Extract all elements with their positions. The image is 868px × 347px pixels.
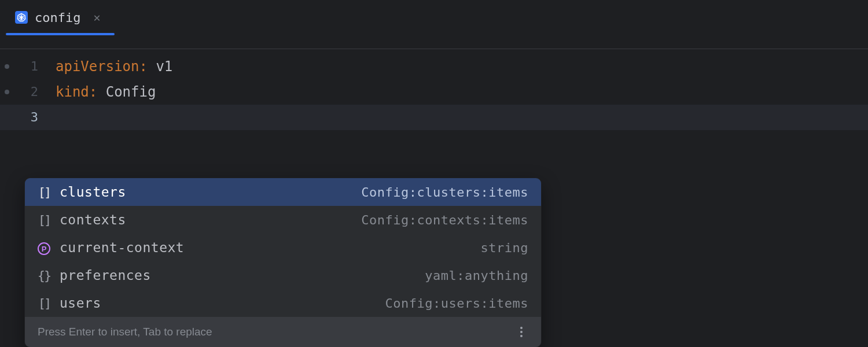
line-number: 2 xyxy=(0,79,52,105)
completion-item-label: current-context xyxy=(60,240,184,255)
completion-item-type: Config:users:items xyxy=(385,296,528,311)
code-line[interactable]: kind: Config xyxy=(56,79,868,105)
gutter: 1 2 3 xyxy=(0,54,52,130)
completion-item-type: Config:clusters:items xyxy=(361,185,528,200)
completion-item-type: string xyxy=(481,241,528,255)
kubernetes-icon xyxy=(15,11,28,24)
tab-title: config xyxy=(35,10,80,25)
completion-item-label: contexts xyxy=(60,212,126,227)
array-icon: [] xyxy=(36,296,52,311)
close-icon[interactable]: ✕ xyxy=(93,12,100,23)
file-tab-config[interactable]: config ✕ xyxy=(9,0,111,35)
completion-popup: []clustersConfig:clusters:items[]context… xyxy=(24,178,542,347)
completion-item[interactable]: []usersConfig:users:items xyxy=(25,289,541,317)
completion-hint-bar: Press Enter to insert, Tab to replace xyxy=(25,317,541,347)
completion-hint-text: Press Enter to insert, Tab to replace xyxy=(38,326,212,338)
code-area[interactable]: apiVersion: v1 kind: Config xyxy=(56,54,868,130)
completion-item-type: Config:contexts:items xyxy=(361,213,528,227)
completion-item[interactable]: []clustersConfig:clusters:items xyxy=(25,178,541,206)
completion-item-label: clusters xyxy=(60,184,126,200)
completion-item[interactable]: []contextsConfig:contexts:items xyxy=(25,206,541,234)
code-line[interactable]: apiVersion: v1 xyxy=(56,54,868,79)
completion-item[interactable]: {}preferencesyaml:anything xyxy=(25,261,541,289)
line-number: 1 xyxy=(0,54,52,79)
object-icon: {} xyxy=(36,268,52,283)
completion-item-label: preferences xyxy=(60,268,151,283)
array-icon: [] xyxy=(36,213,52,227)
code-line-current[interactable] xyxy=(0,105,868,130)
array-icon: [] xyxy=(36,185,52,200)
line-number: 3 xyxy=(0,105,52,130)
tab-bar: config ✕ xyxy=(0,0,868,35)
completion-item[interactable]: Pcurrent-contextstring xyxy=(25,234,541,261)
completion-item-label: users xyxy=(60,296,101,311)
more-options-icon[interactable] xyxy=(514,325,528,339)
property-icon: P xyxy=(36,240,52,256)
editor[interactable]: 1 2 3 apiVersion: v1 kind: Config []clus… xyxy=(0,49,868,130)
completion-item-type: yaml:anything xyxy=(425,268,528,283)
